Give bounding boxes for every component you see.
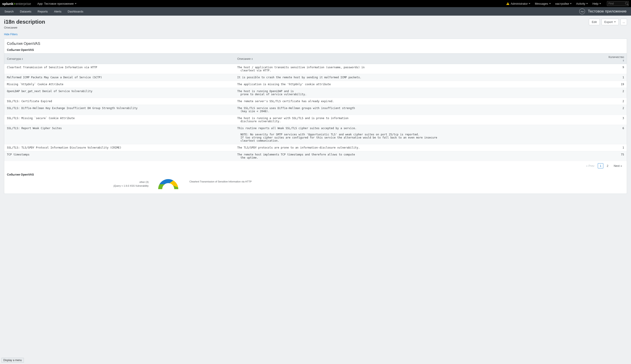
cell-count: 19 bbox=[604, 81, 627, 88]
activity-label: Activity bbox=[576, 2, 585, 5]
sort-icon bbox=[251, 58, 253, 60]
warning-icon bbox=[506, 2, 509, 5]
table-row[interactable]: SSL/TLS: TLS/SPDY Protocol Information D… bbox=[4, 144, 627, 151]
events-table: Сигнатура Описание Количество Cleartext … bbox=[4, 53, 627, 161]
table-row[interactable]: SSL/TLS: Missing `secure` Cookie Attribu… bbox=[4, 115, 627, 125]
app-title[interactable]: Тестовое приложение bbox=[588, 9, 626, 14]
cell-description: The SSL/TLS service uses Diffie-Hellman … bbox=[235, 105, 604, 115]
table-row[interactable]: SSL/TLS: Report Weak Cipher SuitesThis r… bbox=[4, 125, 627, 144]
legend-item[interactable]: jQuery < 1.9.0 XSS Vulnerability bbox=[114, 184, 149, 188]
edit-button[interactable]: Edit bbox=[589, 19, 599, 25]
brand-logo[interactable]: splunk>enterprise bbox=[2, 2, 31, 6]
table-row[interactable]: OpenLDAP ber_get_next Denial of Service … bbox=[4, 88, 627, 98]
administrator-label: Administrator bbox=[511, 2, 528, 5]
caret-down-icon bbox=[599, 3, 601, 4]
app-selector-label: App: Тестовое приложение bbox=[37, 2, 74, 5]
app-badge-icon: App bbox=[579, 8, 585, 14]
cell-signature: Missing `httpOnly` Cookie Attribute bbox=[4, 81, 235, 88]
top-nav-bar: splunk>enterprise App: Тестовое приложен… bbox=[0, 0, 631, 7]
cell-count: 2 bbox=[604, 88, 627, 98]
caret-down-icon bbox=[75, 3, 77, 4]
chart-legend-left: other (3) jQuery < 1.9.0 XSS Vulnerabili… bbox=[114, 180, 149, 188]
cell-count: 2 bbox=[604, 98, 627, 105]
page-title: i18n description bbox=[4, 19, 45, 25]
cell-signature: SSL/TLS: Report Weak Cipher Suites bbox=[4, 125, 235, 144]
activity-menu[interactable]: Activity bbox=[576, 2, 588, 5]
cell-signature: TCP timestamps bbox=[4, 151, 235, 161]
caret-down-icon bbox=[529, 3, 530, 4]
col-count[interactable]: Количество bbox=[604, 54, 627, 64]
table-row[interactable]: Missing `httpOnly` Cookie AttributeThe a… bbox=[4, 81, 627, 88]
cell-description: The host / application transmits sensiti… bbox=[235, 64, 604, 74]
nav-reports[interactable]: Reports bbox=[38, 10, 48, 13]
page-2[interactable]: 2 bbox=[605, 163, 610, 168]
table-row[interactable]: SSL/TLS: Certificate ExpiredThe remote s… bbox=[4, 98, 627, 105]
col-description[interactable]: Описание bbox=[235, 54, 604, 64]
cell-count: 2 bbox=[604, 105, 627, 115]
caret-down-icon bbox=[549, 3, 551, 4]
cell-description: The TLS/SPDY protocols are prone to an i… bbox=[235, 144, 604, 151]
col-signature-label: Сигнатура bbox=[7, 57, 21, 60]
export-button[interactable]: Export bbox=[601, 19, 619, 25]
caret-down-icon bbox=[614, 22, 616, 22]
openvas-pie-chart[interactable]: other (3) jQuery < 1.9.0 XSS Vulnerabili… bbox=[4, 178, 627, 194]
nav-dashboards[interactable]: Dashboards bbox=[68, 10, 83, 13]
page-prev: « Prev bbox=[584, 163, 596, 168]
table-row[interactable]: TCP timestampsThe remote host implements… bbox=[4, 151, 627, 161]
app-selector[interactable]: App: Тестовое приложение bbox=[37, 2, 77, 5]
cell-description: The host is running a server with SSL/TL… bbox=[235, 115, 604, 125]
cell-count: 3 bbox=[604, 115, 627, 125]
table-row[interactable]: SSL/TLS: Diffie-Hellman Key Exchange Ins… bbox=[4, 105, 627, 115]
legend-item[interactable]: other (3) bbox=[114, 180, 149, 184]
col-count-label: Количество bbox=[608, 55, 624, 59]
sort-icon bbox=[623, 60, 624, 62]
cell-count: 75 bbox=[604, 151, 627, 161]
chart-legend-right: Cleartext Transmission of Sensitive Info… bbox=[189, 180, 252, 183]
brand-word-2: enterprise bbox=[16, 2, 31, 6]
chart-subtitle: События OpenVAS bbox=[4, 170, 627, 178]
page-actions: Edit Export ... bbox=[589, 19, 627, 25]
table-row[interactable]: Cleartext Transmission of Sensitive Info… bbox=[4, 64, 627, 74]
page-description: Описание bbox=[4, 26, 45, 29]
cell-description: The remote server's SSL/TLS certificate … bbox=[235, 98, 604, 105]
messages-label: Messages bbox=[535, 2, 548, 5]
legend-item[interactable]: Cleartext Transmission of Sensitive Info… bbox=[189, 180, 252, 183]
cell-description: The host is running OpenLDAP and is pron… bbox=[235, 88, 604, 98]
page-1[interactable]: 1 bbox=[598, 163, 603, 168]
col-description-label: Описание bbox=[237, 57, 251, 60]
cell-description: The application is missing the 'httpOnly… bbox=[235, 81, 604, 88]
export-label: Export bbox=[604, 20, 613, 24]
nav-search[interactable]: Search bbox=[5, 10, 14, 13]
search-icon[interactable] bbox=[625, 2, 628, 4]
administrator-menu[interactable]: Administrator bbox=[506, 2, 531, 5]
cell-signature: SSL/TLS: Diffie-Hellman Key Exchange Ins… bbox=[4, 105, 235, 115]
cell-count: 9 bbox=[604, 64, 627, 74]
cell-description: The remote host implements TCP timestamp… bbox=[235, 151, 604, 161]
page-header: i18n description Описание Edit Export ..… bbox=[0, 16, 631, 32]
cell-signature: SSL/TLS: Certificate Expired bbox=[4, 98, 235, 105]
app-nav-bar: Search Datasets Reports Alerts Dashboard… bbox=[0, 7, 631, 16]
panel-title: События OpenVAS bbox=[4, 39, 627, 48]
brand-chevron-icon: > bbox=[14, 2, 16, 6]
brand-word-1: splunk bbox=[2, 2, 14, 6]
find-box bbox=[607, 1, 629, 6]
app-title-group: App Тестовое приложение bbox=[579, 8, 626, 14]
cell-count: 1 bbox=[604, 144, 627, 151]
col-signature[interactable]: Сигнатура bbox=[4, 54, 235, 64]
messages-menu[interactable]: Messages bbox=[535, 2, 551, 5]
nav-datasets[interactable]: Datasets bbox=[20, 10, 31, 13]
openvas-events-panel: События OpenVAS События OpenVAS Сигнатур… bbox=[4, 38, 627, 194]
more-actions-button[interactable]: ... bbox=[620, 19, 627, 25]
sort-icon bbox=[22, 58, 23, 60]
pagination: « Prev 1 2 Next » bbox=[4, 161, 627, 170]
app-nav: Search Datasets Reports Alerts Dashboard… bbox=[5, 10, 83, 13]
help-menu[interactable]: Help bbox=[592, 2, 601, 5]
caret-down-icon bbox=[570, 3, 572, 4]
cell-signature: OpenLDAP ber_get_next Denial of Service … bbox=[4, 88, 235, 98]
hide-filters-link[interactable]: Hide Filters bbox=[0, 32, 631, 38]
help-label: Help bbox=[592, 2, 598, 5]
table-row[interactable]: Malformed ICMP Packets May Cause a Denia… bbox=[4, 74, 627, 81]
nav-alerts[interactable]: Alerts bbox=[54, 10, 61, 13]
settings-menu[interactable]: настройки bbox=[555, 2, 572, 5]
page-next[interactable]: Next » bbox=[611, 163, 624, 168]
